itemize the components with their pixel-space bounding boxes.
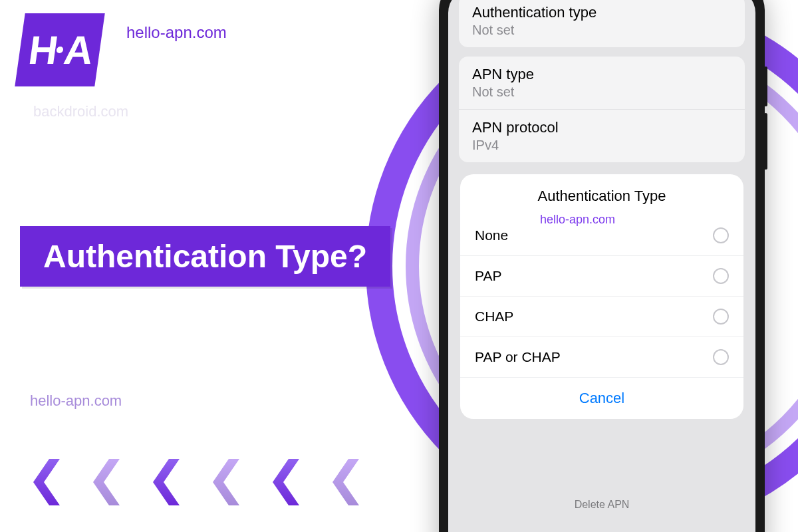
logo-letter-left: H: [26, 27, 59, 73]
option-label: PAP: [475, 268, 501, 284]
modal-title: Authentication Type: [460, 174, 743, 215]
watermark-faded: backdroid.com: [33, 103, 128, 120]
phone-frame: Authentication type Not set APN type Not…: [439, 0, 765, 532]
chevron-icon: [153, 459, 200, 505]
chevron-icon: [93, 459, 140, 505]
phone-side-button: [764, 66, 767, 106]
setting-apn-protocol[interactable]: APN protocol IPv4: [459, 110, 745, 162]
radio-icon: [713, 349, 729, 365]
title-banner: Authentication Type?: [20, 226, 390, 287]
logo-letter-right: A: [61, 27, 94, 73]
settings-group: Authentication type Not set: [459, 0, 745, 47]
delete-apn-button[interactable]: Delete APN: [448, 487, 755, 523]
option-chap[interactable]: CHAP: [460, 297, 743, 337]
site-name: hello-apn.com: [126, 23, 227, 42]
radio-icon: [713, 268, 729, 284]
settings-list: Authentication type Not set APN type Not…: [448, 0, 755, 172]
setting-apn-type[interactable]: APN type Not set: [459, 57, 745, 110]
settings-group: APN type Not set APN protocol IPv4: [459, 57, 745, 162]
auth-type-modal: Authentication Type hello-apn.com None P…: [460, 174, 743, 419]
option-label: CHAP: [475, 309, 513, 325]
cancel-button[interactable]: Cancel: [460, 378, 743, 419]
setting-auth-type[interactable]: Authentication type Not set: [459, 0, 745, 47]
setting-value: IPv4: [472, 138, 732, 153]
watermark-bottom: hello-apn.com: [30, 392, 122, 410]
setting-value: Not set: [472, 23, 732, 38]
chevron-icon: [213, 459, 259, 505]
chevron-icon: [33, 459, 80, 505]
logo-icon: H A: [15, 13, 104, 86]
setting-label: Authentication type: [472, 4, 732, 21]
radio-icon: [713, 309, 729, 325]
option-pap-or-chap[interactable]: PAP or CHAP: [460, 337, 743, 378]
chevron-decoration: [33, 459, 379, 505]
setting-label: APN protocol: [472, 119, 732, 136]
logo-dot-icon: [56, 47, 63, 53]
logo-area: H A hello-apn.com: [20, 13, 227, 86]
title-text: Authentication Type?: [43, 238, 367, 275]
option-label: PAP or CHAP: [475, 349, 561, 365]
option-label: None: [475, 227, 508, 243]
option-none[interactable]: None: [460, 215, 743, 256]
phone-screen: Authentication type Not set APN type Not…: [448, 0, 755, 532]
option-pap[interactable]: PAP: [460, 256, 743, 297]
setting-value: Not set: [472, 84, 732, 100]
radio-icon: [713, 227, 729, 243]
chevron-icon: [273, 459, 319, 505]
chevron-icon: [332, 459, 379, 505]
android-nav-bar: [448, 523, 755, 532]
phone-side-button: [764, 113, 767, 170]
setting-label: APN type: [472, 66, 732, 83]
